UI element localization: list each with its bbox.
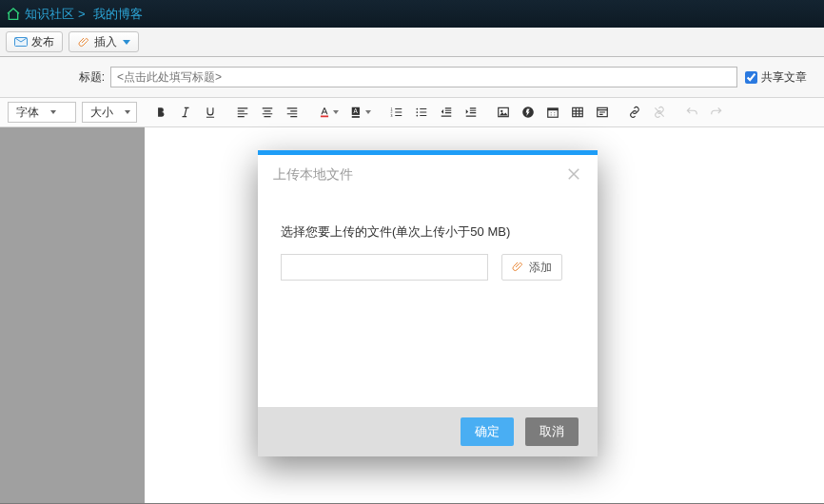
- outdent-button[interactable]: [435, 101, 458, 124]
- svg-rect-1: [321, 116, 328, 118]
- insert-image-button[interactable]: [492, 101, 515, 124]
- svg-text:3: 3: [391, 114, 393, 118]
- modal-footer: 确定 取消: [258, 407, 598, 456]
- svg-point-10: [416, 115, 418, 117]
- indent-button[interactable]: [460, 101, 482, 124]
- svg-rect-4: [352, 116, 360, 118]
- action-bar: 发布 插入: [0, 28, 824, 57]
- upload-prompt: 选择您要上传的文件(单次上传小于50 MB): [281, 223, 575, 241]
- title-label: 标题:: [0, 69, 110, 86]
- top-breadcrumb-bar: 知识社区 > 我的博客: [0, 0, 824, 28]
- caret-down-icon: [365, 110, 371, 114]
- close-icon[interactable]: [565, 165, 582, 185]
- editor-gutter: [0, 127, 145, 503]
- font-family-select[interactable]: 字体: [8, 102, 76, 123]
- unordered-list-button[interactable]: [410, 101, 433, 124]
- caret-down-icon: [125, 110, 130, 114]
- svg-rect-15: [548, 108, 559, 110]
- caret-down-icon: [123, 40, 130, 45]
- align-center-button[interactable]: [256, 101, 279, 124]
- redo-button[interactable]: [705, 101, 728, 124]
- modal-body: 选择您要上传的文件(单次上传小于50 MB) 添加: [258, 195, 598, 407]
- undo-button[interactable]: [680, 101, 703, 124]
- insert-table-button[interactable]: [566, 101, 589, 124]
- align-left-button[interactable]: [231, 101, 254, 124]
- bold-button[interactable]: [149, 101, 172, 124]
- background-color-button[interactable]: A: [345, 101, 376, 124]
- breadcrumb-current[interactable]: 我的博客: [93, 6, 143, 23]
- caret-down-icon: [333, 110, 339, 114]
- cancel-button[interactable]: 取消: [525, 417, 579, 446]
- underline-button[interactable]: [199, 101, 222, 124]
- publish-button[interactable]: 发布: [6, 31, 63, 52]
- insert-link-button[interactable]: [623, 101, 646, 124]
- insert-date-button[interactable]: [541, 101, 564, 124]
- home-icon: [6, 7, 21, 22]
- file-input-row: 添加: [281, 254, 575, 281]
- insert-button[interactable]: 插入: [69, 31, 139, 52]
- publish-label: 发布: [31, 34, 54, 50]
- ordered-list-button[interactable]: 123: [385, 101, 408, 124]
- insert-label: 插入: [94, 34, 117, 50]
- svg-rect-16: [573, 107, 583, 116]
- share-checkbox[interactable]: [745, 71, 757, 84]
- font-family-label: 字体: [16, 105, 39, 121]
- mail-icon: [14, 35, 28, 48]
- file-path-input[interactable]: [281, 254, 488, 281]
- paperclip-icon: [77, 35, 90, 48]
- paperclip-icon: [512, 260, 523, 276]
- caret-down-icon: [50, 110, 56, 114]
- svg-point-12: [500, 110, 502, 112]
- add-file-button[interactable]: 添加: [501, 254, 562, 281]
- svg-point-9: [416, 111, 418, 113]
- remove-link-button[interactable]: [648, 101, 671, 124]
- title-input[interactable]: [110, 67, 737, 87]
- upload-file-modal: 上传本地文件 选择您要上传的文件(单次上传小于50 MB) 添加 确定 取消: [258, 150, 598, 456]
- add-file-label: 添加: [529, 260, 552, 276]
- italic-button[interactable]: [174, 101, 197, 124]
- breadcrumb-separator: >: [78, 7, 86, 21]
- align-right-button[interactable]: [281, 101, 304, 124]
- share-label: 共享文章: [761, 69, 807, 86]
- insert-flash-button[interactable]: [517, 101, 540, 124]
- share-article-toggle[interactable]: 共享文章: [745, 69, 807, 86]
- insert-code-button[interactable]: [591, 101, 614, 124]
- breadcrumb-root[interactable]: 知识社区: [25, 6, 74, 23]
- font-color-button[interactable]: [313, 101, 343, 124]
- svg-point-8: [416, 108, 418, 110]
- editor-toolbar: 字体 大小 A 123: [0, 97, 824, 127]
- title-row: 标题: 共享文章: [0, 57, 824, 97]
- svg-text:A: A: [354, 107, 359, 114]
- ok-button[interactable]: 确定: [461, 417, 514, 446]
- modal-title: 上传本地文件: [273, 166, 353, 184]
- modal-header: 上传本地文件: [258, 155, 598, 195]
- font-size-select[interactable]: 大小: [82, 102, 137, 123]
- font-size-label: 大小: [90, 105, 113, 121]
